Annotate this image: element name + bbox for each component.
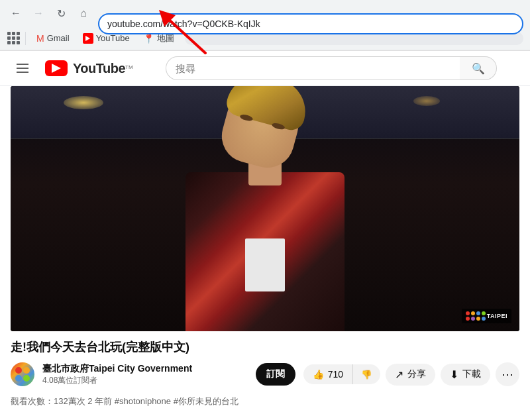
channel-name[interactable]: 臺北市政府Taipei City Government <box>42 363 248 375</box>
search-button[interactable]: 🔍 <box>460 56 497 80</box>
logo-text: YouTube <box>73 61 125 76</box>
separator <box>25 32 26 45</box>
more-icon: ⋯ <box>502 367 513 382</box>
bookmark-gmail[interactable]: M Gmail <box>31 30 75 46</box>
forward-button[interactable]: → <box>29 4 48 23</box>
like-button[interactable]: 👍 710 <box>303 364 353 384</box>
hamburger-icon <box>17 64 28 73</box>
channel-row: 臺北市政府Taipei City Government 4.08萬位訂閱者 訂閱… <box>11 362 519 386</box>
video-title: 走!我們今天去台北玩(完整版中文) <box>11 339 519 356</box>
thumbs-up-icon: 👍 <box>313 369 324 380</box>
search-icon: 🔍 <box>472 62 485 75</box>
youtube-header: YouTubeTM 🔍 <box>0 51 530 86</box>
like-count: 710 <box>328 369 343 380</box>
reload-button[interactable]: ↻ <box>52 4 70 23</box>
thumbs-down-icon: 👎 <box>361 370 372 380</box>
video-info: 走!我們今天去台北玩(完整版中文) 臺北市政府Taipei City Gover… <box>11 331 519 413</box>
search-input[interactable] <box>166 56 460 80</box>
home-button[interactable]: ⌂ <box>74 4 93 23</box>
taipei-dots-icon <box>466 311 486 321</box>
share-icon: ↗ <box>395 368 403 381</box>
logo-tm: TM <box>125 64 133 70</box>
video-container: TAIPEI <box>11 86 519 331</box>
search-container: 🔍 <box>144 56 519 80</box>
action-buttons: 👍 710 👎 ↗ 分享 ⬇ 下載 <box>303 362 519 386</box>
nav-buttons: ← → ↻ ⌂ <box>7 4 93 23</box>
search-bar: 🔍 <box>166 56 497 80</box>
back-button[interactable]: ← <box>7 4 25 23</box>
channel-subs: 4.08萬位訂閱者 <box>42 375 248 386</box>
play-icon <box>85 36 90 41</box>
browser-toolbar: ← → ↻ ⌂ youtube.com/watch?v=Q0CKB-KqIJk <box>0 0 530 26</box>
apps-button[interactable] <box>7 32 20 45</box>
youtube-logo[interactable]: YouTubeTM <box>45 60 133 76</box>
subscribe-button[interactable]: 訂閱 <box>256 363 295 386</box>
youtube-logo-text: YouTubeTM <box>73 61 133 76</box>
download-label: 下載 <box>462 368 481 380</box>
main-content: TAIPEI 走!我們今天去台北玩(完整版中文) 臺北市政府Taipei Cit… <box>0 86 530 413</box>
video-stats: 觀看次數：132萬次 2 年前 #shotoniphone #你所未見的台北 <box>11 392 519 407</box>
channel-info: 臺北市政府Taipei City Government 4.08萬位訂閱者 <box>42 363 248 386</box>
url-text: youtube.com/watch?v=Q0CKB-KqIJk <box>107 19 260 29</box>
taipei-watermark: TAIPEI <box>462 309 511 323</box>
address-bar[interactable]: youtube.com/watch?v=Q0CKB-KqIJk <box>98 13 523 34</box>
grid-icon <box>7 32 20 44</box>
more-button[interactable]: ⋯ <box>496 362 519 386</box>
browser-chrome: ← → ↻ ⌂ youtube.com/watch?v=Q0CKB-KqIJk … <box>0 0 530 51</box>
menu-button[interactable] <box>11 56 34 80</box>
youtube-favicon-icon <box>83 33 93 44</box>
bookmark-gmail-label: Gmail <box>47 33 70 43</box>
video-scene: TAIPEI <box>11 86 519 331</box>
download-icon: ⬇ <box>450 368 458 381</box>
dislike-button[interactable]: 👎 <box>353 365 380 384</box>
channel-avatar[interactable] <box>11 362 34 386</box>
bookmark-youtube-label: YouTube <box>96 33 130 43</box>
taipei-text: TAIPEI <box>487 313 507 319</box>
gmail-icon: M <box>36 33 44 44</box>
share-button[interactable]: ↗ 分享 <box>386 364 435 386</box>
logo-play-icon <box>52 64 61 73</box>
video-player[interactable]: TAIPEI <box>11 86 519 331</box>
youtube-logo-icon <box>45 60 68 76</box>
taipei-avatar-icon <box>15 367 30 382</box>
like-dislike-button: 👍 710 👎 <box>303 364 380 384</box>
share-label: 分享 <box>407 368 426 380</box>
download-button[interactable]: ⬇ 下載 <box>441 364 490 386</box>
